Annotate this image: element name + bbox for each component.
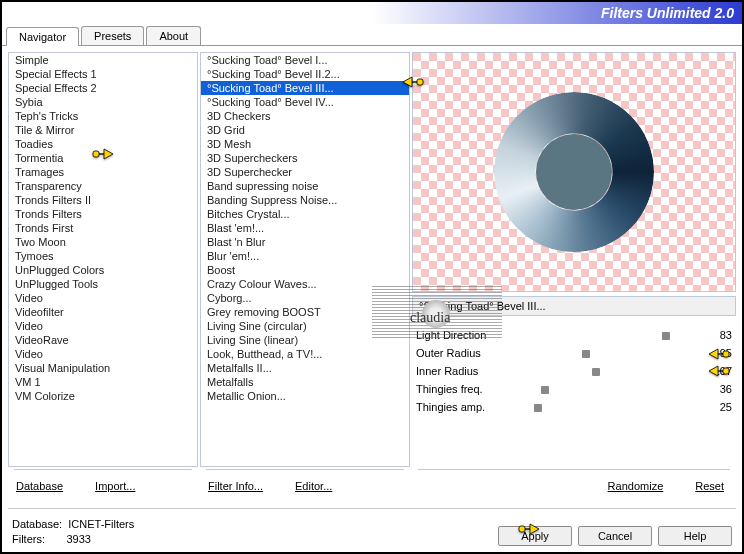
database-link[interactable]: Database — [10, 476, 69, 496]
preview-graphic — [494, 92, 654, 252]
list-item[interactable]: Videofilter — [9, 305, 197, 319]
list-item[interactable]: Tymoes — [9, 249, 197, 263]
list-item[interactable]: °Sucking Toad° Bevel III... — [201, 81, 409, 95]
slider-handle[interactable] — [582, 350, 590, 358]
list-item[interactable]: Tile & Mirror — [9, 123, 197, 137]
slider-row: Thingies amp.25 — [412, 398, 736, 416]
editor-link[interactable]: Editor... — [289, 476, 338, 496]
list-item[interactable]: Blast 'n Blur — [201, 235, 409, 249]
slider-label: Light Direction — [416, 329, 516, 341]
list-item[interactable]: Tronds Filters — [9, 207, 197, 221]
list-item[interactable]: °Sucking Toad° Bevel IV... — [201, 95, 409, 109]
slider-label: Inner Radius — [416, 365, 516, 377]
list-item[interactable]: Look, Butthead, a TV!... — [201, 347, 409, 361]
list-item[interactable]: °Sucking Toad° Bevel II.2... — [201, 67, 409, 81]
list-item[interactable]: 3D Grid — [201, 123, 409, 137]
slider-label: Outer Radius — [416, 347, 516, 359]
list-item[interactable]: UnPlugged Colors — [9, 263, 197, 277]
list-item[interactable]: Tronds Filters II — [9, 193, 197, 207]
cancel-button[interactable]: Cancel — [578, 526, 652, 546]
pointer-icon — [518, 521, 540, 537]
list-item[interactable]: Two Moon — [9, 235, 197, 249]
pointer-icon — [708, 346, 730, 362]
list-item[interactable]: Tronds First — [9, 221, 197, 235]
slider-row: Light Direction83 — [412, 326, 736, 344]
list-item[interactable]: Cyborg... — [201, 291, 409, 305]
filter-info-link[interactable]: Filter Info... — [202, 476, 269, 496]
list-item[interactable]: Teph's Tricks — [9, 109, 197, 123]
list-item[interactable]: Grey removing BOOST — [201, 305, 409, 319]
list-item[interactable]: Metalfalls II... — [201, 361, 409, 375]
preview-area — [412, 52, 736, 292]
list-item[interactable]: °Sucking Toad° Bevel I... — [201, 53, 409, 67]
tab-about[interactable]: About — [146, 26, 201, 45]
list-item[interactable]: Living Sine (circular) — [201, 319, 409, 333]
category-list[interactable]: SimpleSpecial Effects 1Special Effects 2… — [8, 52, 198, 467]
list-item[interactable]: Video — [9, 347, 197, 361]
reset-link[interactable]: Reset — [689, 476, 730, 496]
svg-rect-4 — [519, 526, 525, 532]
list-item[interactable]: 3D Checkers — [201, 109, 409, 123]
slider-track[interactable] — [516, 382, 698, 396]
list-item[interactable]: 3D Supercheckers — [201, 151, 409, 165]
footer-info: Database: ICNET-Filters Filters: 3933 — [12, 517, 498, 546]
tab-navigator[interactable]: Navigator — [6, 27, 79, 46]
list-item[interactable]: Blur 'em!... — [201, 249, 409, 263]
svg-rect-2 — [723, 351, 729, 357]
list-item[interactable]: Metalfalls — [201, 375, 409, 389]
filter-list[interactable]: °Sucking Toad° Bevel I...°Sucking Toad° … — [200, 52, 410, 467]
list-item[interactable]: Video — [9, 319, 197, 333]
list-item[interactable]: UnPlugged Tools — [9, 277, 197, 291]
slider-handle[interactable] — [541, 386, 549, 394]
title-bar: Filters Unlimited 2.0 — [2, 2, 742, 24]
pointer-icon — [708, 363, 730, 379]
list-item[interactable]: Bitches Crystal... — [201, 207, 409, 221]
import-link[interactable]: Import... — [89, 476, 141, 496]
slider-handle[interactable] — [534, 404, 542, 412]
list-item[interactable]: Special Effects 1 — [9, 67, 197, 81]
current-filter-name: °Sucking Toad° Bevel III... — [412, 296, 736, 316]
randomize-link[interactable]: Randomize — [602, 476, 670, 496]
list-item[interactable]: Transparency — [9, 179, 197, 193]
svg-rect-0 — [93, 151, 99, 157]
help-button[interactable]: Help — [658, 526, 732, 546]
sliders-area: Light Direction83Outer Radius95Inner Rad… — [412, 326, 736, 416]
list-item[interactable]: VM 1 — [9, 375, 197, 389]
list-item[interactable]: 3D Superchecker — [201, 165, 409, 179]
pointer-icon — [92, 146, 114, 162]
list-item[interactable]: Special Effects 2 — [9, 81, 197, 95]
slider-row: Inner Radius107 — [412, 362, 736, 380]
slider-row: Outer Radius95 — [412, 344, 736, 362]
list-item[interactable]: Tramages — [9, 165, 197, 179]
list-item[interactable]: Sybia — [9, 95, 197, 109]
list-item[interactable]: Living Sine (linear) — [201, 333, 409, 347]
slider-handle[interactable] — [662, 332, 670, 340]
slider-handle[interactable] — [592, 368, 600, 376]
slider-value: 36 — [698, 383, 732, 395]
list-item[interactable]: VideoRave — [9, 333, 197, 347]
list-item[interactable]: Visual Manipulation — [9, 361, 197, 375]
slider-track[interactable] — [516, 400, 698, 414]
list-item[interactable]: Boost — [201, 263, 409, 277]
svg-rect-3 — [723, 368, 729, 374]
list-item[interactable]: 3D Mesh — [201, 137, 409, 151]
list-item[interactable]: Video — [9, 291, 197, 305]
slider-label: Thingies freq. — [416, 383, 516, 395]
slider-track[interactable] — [516, 346, 698, 360]
slider-track[interactable] — [516, 328, 698, 342]
list-item[interactable]: Band supressing noise — [201, 179, 409, 193]
list-item[interactable]: Banding Suppress Noise... — [201, 193, 409, 207]
list-item[interactable]: Metallic Onion... — [201, 389, 409, 403]
list-item[interactable]: Blast 'em!... — [201, 221, 409, 235]
svg-rect-1 — [417, 79, 423, 85]
list-item[interactable]: Simple — [9, 53, 197, 67]
list-item[interactable]: VM Colorize — [9, 389, 197, 403]
list-item[interactable]: Crazy Colour Waves... — [201, 277, 409, 291]
app-title: Filters Unlimited 2.0 — [601, 5, 734, 21]
slider-row: Thingies freq.36 — [412, 380, 736, 398]
tab-strip: Navigator Presets About — [2, 26, 742, 46]
slider-track[interactable] — [516, 364, 698, 378]
slider-label: Thingies amp. — [416, 401, 516, 413]
tab-presets[interactable]: Presets — [81, 26, 144, 45]
slider-value: 25 — [698, 401, 732, 413]
